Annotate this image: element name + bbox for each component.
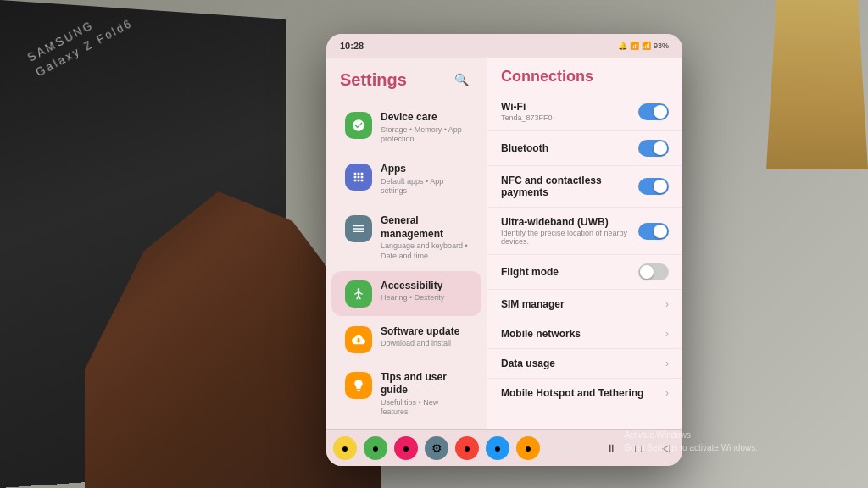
volume-icon: 🔔 xyxy=(618,42,627,50)
nav-app-pink[interactable]: ● xyxy=(394,436,418,460)
conn-item-uwb[interactable]: Ultra-wideband (UWB) Identify the precis… xyxy=(487,208,682,255)
activate-windows-watermark: Activate Windows Go to Settings to activ… xyxy=(624,429,758,454)
conn-sim-arrow: › xyxy=(665,298,669,310)
conn-sim-text: SIM manager xyxy=(501,298,665,310)
conn-bluetooth-text: Bluetooth xyxy=(501,142,638,154)
apps-icon xyxy=(345,164,372,191)
tips-text: Tips and user guide Useful tips • New fe… xyxy=(381,371,468,419)
conn-item-flight[interactable]: Flight mode xyxy=(487,255,682,290)
nav-pause-button[interactable]: ⏸ xyxy=(601,438,621,458)
conn-wifi-toggle-container xyxy=(638,103,669,120)
nfc-toggle[interactable] xyxy=(638,178,669,195)
phone-device: 10:28 🔔 📶 📶 93% Settings 🔍 xyxy=(326,34,682,466)
conn-uwb-text: Ultra-wideband (UWB) Identify the precis… xyxy=(501,216,638,246)
conn-flight-text: Flight mode xyxy=(501,266,638,278)
connections-pane: Connections Wi-Fi Tenda_873FF0 Bluetooth xyxy=(487,58,682,429)
nav-app-settings[interactable]: ⚙ xyxy=(425,436,448,460)
device-care-icon xyxy=(345,112,372,139)
activate-title: Activate Windows xyxy=(624,429,758,441)
software-update-icon xyxy=(345,326,372,353)
nav-app-red[interactable]: ● xyxy=(455,436,479,460)
settings-pane: Settings 🔍 Device care Storage • Memory … xyxy=(326,58,487,429)
conn-item-hotspot[interactable]: Mobile Hotspot and Tethering › xyxy=(487,379,682,408)
settings-item-software-update[interactable]: Software update Download and install xyxy=(331,317,481,362)
status-time: 10:28 xyxy=(340,41,364,51)
nav-app-green[interactable]: ● xyxy=(364,436,387,460)
battery-icon: 93% xyxy=(654,42,669,50)
nav-app-bixby[interactable]: ● xyxy=(333,436,357,460)
activate-sub: Go to Settings to activate Windows. xyxy=(624,441,758,454)
device-care-text: Device care Storage • Memory • App prote… xyxy=(381,111,468,145)
wifi-status-icon: 📶 xyxy=(630,42,639,50)
conn-mobile-text: Mobile networks xyxy=(501,328,665,340)
connections-title: Connections xyxy=(487,58,682,92)
conn-data-arrow: › xyxy=(665,358,669,369)
conn-uwb-toggle-container xyxy=(638,223,669,240)
settings-item-general[interactable]: General management Language and keyboard… xyxy=(331,206,481,270)
conn-nfc-text: NFC and contactless payments xyxy=(501,175,638,198)
accessibility-text: Accessibility Hearing • Dexterity xyxy=(381,280,468,303)
search-button[interactable]: 🔍 xyxy=(449,68,473,92)
conn-hotspot-text: Mobile Hotspot and Tethering xyxy=(501,387,665,399)
conn-item-sim[interactable]: SIM manager › xyxy=(487,290,682,319)
wifi-toggle[interactable] xyxy=(638,103,669,120)
conn-item-nfc[interactable]: NFC and contactless payments xyxy=(487,166,682,208)
flight-toggle[interactable] xyxy=(638,263,669,280)
conn-item-mobile-networks[interactable]: Mobile networks › xyxy=(487,319,682,349)
uwb-toggle[interactable] xyxy=(638,223,669,240)
settings-title: Settings xyxy=(340,70,407,90)
signal-icon: 📶 xyxy=(642,42,651,50)
phone-content: Settings 🔍 Device care Storage • Memory … xyxy=(326,58,682,429)
software-update-text: Software update Download and install xyxy=(381,325,468,349)
conn-bluetooth-toggle-container xyxy=(638,140,669,157)
settings-header: Settings 🔍 xyxy=(326,58,487,98)
desk-object xyxy=(766,0,868,169)
settings-item-accessibility[interactable]: Accessibility Hearing • Dexterity xyxy=(331,271,481,316)
conn-item-wifi[interactable]: Wi-Fi Tenda_873FF0 xyxy=(487,92,682,131)
status-bar: 10:28 🔔 📶 📶 93% xyxy=(326,34,682,58)
conn-flight-toggle-container xyxy=(638,263,669,280)
accessibility-icon xyxy=(345,280,372,308)
nav-app-blue[interactable]: ● xyxy=(486,436,509,460)
conn-data-text: Data usage xyxy=(501,358,665,369)
settings-list: Device care Storage • Memory • App prote… xyxy=(326,98,487,429)
svg-point-0 xyxy=(358,288,360,291)
conn-mobile-arrow: › xyxy=(665,328,669,340)
apps-text: Apps Default apps • App settings xyxy=(381,163,468,197)
settings-item-device-care[interactable]: Device care Storage • Memory • App prote… xyxy=(331,103,481,153)
status-icons: 🔔 📶 📶 93% xyxy=(618,42,669,50)
bluetooth-toggle[interactable] xyxy=(638,140,669,157)
conn-item-bluetooth[interactable]: Bluetooth xyxy=(487,131,682,166)
general-icon xyxy=(345,215,372,242)
settings-item-tips[interactable]: Tips and user guide Useful tips • New fe… xyxy=(331,363,481,427)
tips-icon xyxy=(345,372,372,399)
conn-wifi-text: Wi-Fi Tenda_873FF0 xyxy=(501,101,638,122)
settings-item-apps[interactable]: Apps Default apps • App settings xyxy=(331,154,481,205)
general-text: General management Language and keyboard… xyxy=(381,214,468,262)
conn-nfc-toggle-container xyxy=(638,178,669,195)
nav-app-orange[interactable]: ● xyxy=(516,436,540,460)
conn-item-data-usage[interactable]: Data usage › xyxy=(487,349,682,379)
conn-hotspot-arrow: › xyxy=(665,387,669,399)
box-label: SAMSUNG Galaxy Z Fold6 xyxy=(25,1,136,81)
